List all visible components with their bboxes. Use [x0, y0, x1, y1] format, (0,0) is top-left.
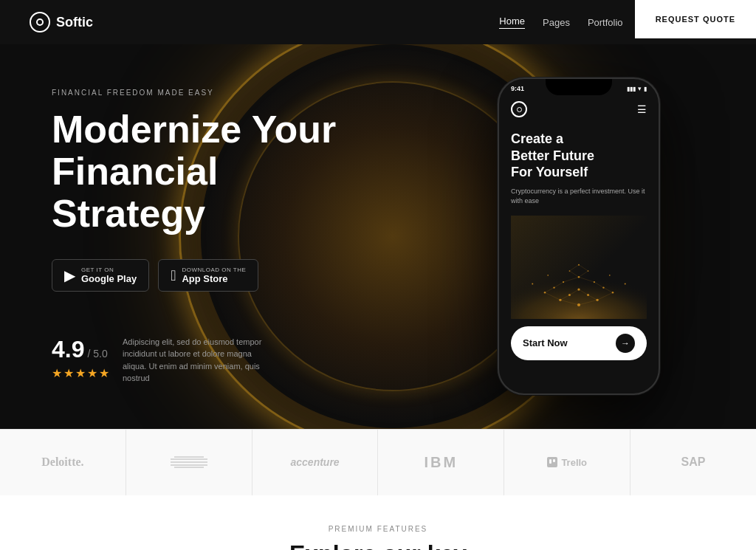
brand-ibm-name: IBM [425, 454, 458, 471]
logo-text: Softic [56, 15, 93, 30]
header: Softic Home Pages Portfolio Blog Shop ⚲ … [0, 0, 756, 44]
svg-point-15 [547, 275, 549, 276]
apple-icon:  [171, 268, 176, 283]
brand-deloitte: Deloitte. [0, 430, 126, 495]
battery-icon: ▮ [644, 86, 647, 92]
phone-app-logo [511, 101, 527, 117]
rating-stars: ★★★★★ [52, 366, 111, 380]
bottom-title: Explore our key [30, 540, 726, 550]
hero-content: FINANCIAL FREEDOM MADE EASY Modernize Yo… [52, 89, 377, 385]
hero-eyebrow: FINANCIAL FREEDOM MADE EASY [52, 89, 377, 97]
brand-deloitte-name: Deloitte. [41, 456, 83, 469]
nav-home[interactable]: Home [499, 16, 525, 29]
hero-rating: 4.9 / 5.0 ★★★★★ Adipiscing elit, sed do … [52, 336, 377, 385]
phone-cta-button[interactable]: Start Now → [511, 326, 647, 360]
bottom-title-partial: Explore our key [289, 540, 467, 550]
phone-headline-line2: Better Future [511, 148, 594, 163]
bottom-section: PREMIUM FEATURES Explore our key [0, 495, 756, 550]
phone-cta-arrow-icon: → [616, 334, 635, 353]
phone-hamburger-icon: ☰ [637, 103, 647, 115]
nav-pages[interactable]: Pages [543, 17, 570, 28]
phone-time: 9:41 [511, 85, 524, 92]
network-visualization [511, 223, 647, 319]
brand-accenture-name: accenture [290, 456, 339, 468]
hero-title: Modernize Your Financial Strategy [52, 109, 377, 236]
phone-notch [546, 79, 612, 95]
app-store-text: Download on the App Store [182, 267, 246, 284]
phone-cta-label: Start Now [523, 337, 568, 348]
phone-headline: Create a Better Future For Yourself [511, 131, 647, 181]
phone-headline-line3: For Yourself [511, 165, 588, 179]
nav-portfolio[interactable]: Portfolio [588, 17, 623, 28]
app-store-sub: Download on the [182, 267, 246, 273]
brand-accenture: accenture [252, 430, 379, 495]
rating-big-number: 4.9 [52, 336, 84, 363]
brand-trello-name: Trello [547, 457, 587, 468]
google-play-icon: ▶ [64, 268, 75, 283]
app-store-name: App Store [182, 273, 246, 284]
brands-section: Deloitte. accenture IBM Trello SAP [0, 429, 756, 495]
phone-subtext: Cryptocurrency is a perfect investment. … [511, 187, 647, 207]
google-play-sub: GET IT ON [81, 267, 137, 273]
google-play-text: GET IT ON Google Play [81, 267, 137, 284]
rating-denominator: / 5.0 [87, 348, 107, 360]
phone-app-logo-inner [517, 107, 522, 112]
phone-app-header: ☰ [499, 95, 659, 123]
brand-sap-name: SAP [681, 456, 706, 469]
hero-buttons: ▶ GET IT ON Google Play  Download on th… [52, 259, 377, 292]
rating-block: 4.9 / 5.0 ★★★★★ [52, 336, 111, 380]
phone-mockup: 9:41 ▮▮▮ ▾ ▮ ☰ Create a Better Future Fo… [498, 78, 660, 395]
brand-ibm: IBM [378, 430, 504, 495]
logo: Softic [30, 12, 93, 32]
hero-title-line1: Modernize Your [52, 108, 336, 151]
app-store-button[interactable]:  Download on the App Store [158, 259, 258, 292]
brand-sap: SAP [630, 430, 756, 495]
request-quote-button[interactable]: REQUEST QUOTE [635, 0, 756, 38]
google-play-button[interactable]: ▶ GET IT ON Google Play [52, 259, 149, 292]
rating-number: 4.9 / 5.0 [52, 336, 111, 363]
wifi-icon: ▾ [638, 85, 642, 92]
hero-section: FINANCIAL FREEDOM MADE EASY Modernize Yo… [0, 44, 756, 429]
brand-bofa [126, 430, 252, 495]
logo-icon [30, 12, 50, 32]
svg-point-16 [609, 275, 611, 276]
logo-inner-ring [36, 18, 44, 26]
phone-headline-line1: Create a [511, 131, 563, 146]
signal-icon: ▮▮▮ [627, 86, 636, 92]
trello-icon [547, 457, 557, 467]
svg-point-6 [532, 283, 533, 284]
phone-visual-area [511, 216, 647, 319]
phone-mockup-wrapper: 9:41 ▮▮▮ ▾ ▮ ☰ Create a Better Future Fo… [498, 78, 660, 395]
phone-status-icons: ▮▮▮ ▾ ▮ [627, 85, 647, 92]
premium-features-label: PREMIUM FEATURES [30, 525, 726, 533]
hero-title-line2: Financial Strategy [52, 150, 218, 235]
brand-bofa-logo [167, 451, 211, 473]
brand-trello: Trello [504, 430, 630, 495]
rating-description: Adipiscing elit, sed do eiusmod tempor i… [123, 336, 270, 385]
phone-body: Create a Better Future For Yourself Cryp… [499, 123, 659, 374]
svg-point-7 [625, 283, 626, 284]
google-play-name: Google Play [81, 273, 137, 284]
